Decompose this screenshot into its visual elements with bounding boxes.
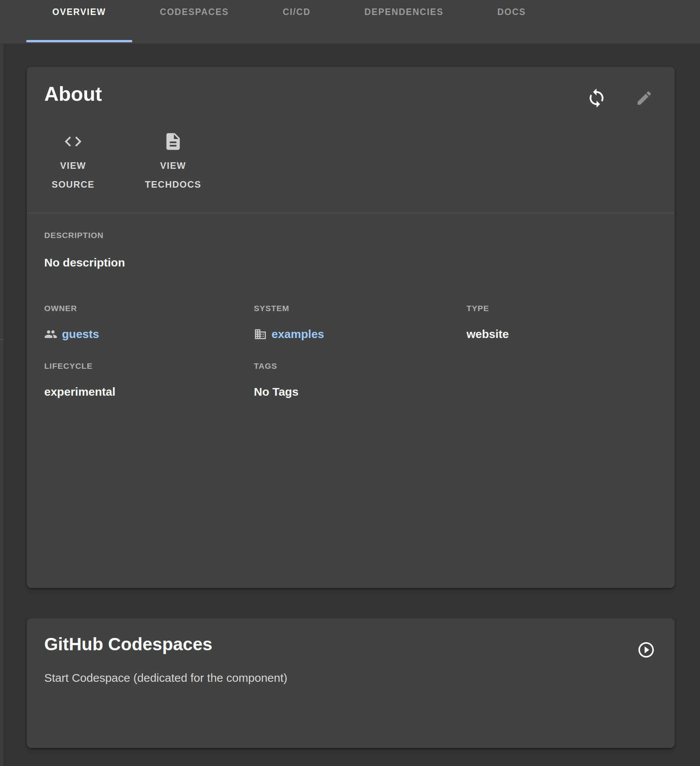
group-icon	[44, 328, 57, 341]
tags-value: No Tags	[254, 385, 298, 398]
system-label: SYSTEM	[254, 304, 324, 313]
owner-label: OWNER	[44, 304, 99, 313]
play-circle-icon	[637, 641, 655, 659]
field-owner: OWNER guests	[44, 304, 99, 341]
system-link[interactable]: examples	[254, 328, 324, 341]
left-edge-panel	[0, 43, 3, 766]
field-system: SYSTEM examples	[254, 304, 324, 341]
type-value: website	[467, 328, 509, 341]
owner-link[interactable]: guests	[44, 328, 99, 341]
view-source-link[interactable]: VIEW SOURCE	[42, 132, 104, 194]
left-edge-divider	[0, 339, 3, 340]
owner-value: guests	[62, 328, 99, 341]
field-type: TYPE website	[467, 304, 509, 341]
domain-icon	[254, 328, 267, 341]
description-value: No description	[44, 256, 125, 269]
tab-codespaces[interactable]: CODESPACES	[133, 0, 256, 43]
codespaces-card-title: GitHub Codespaces	[44, 634, 212, 654]
about-card: About VIEW SOURCE VIEW TECHDOCS DESCRIPT…	[27, 67, 675, 588]
start-codespace-button[interactable]	[635, 638, 658, 661]
type-label: TYPE	[467, 304, 509, 313]
tab-overview[interactable]: OVERVIEW	[25, 0, 133, 43]
sync-icon	[586, 88, 607, 108]
lifecycle-label: LIFECYCLE	[44, 361, 115, 371]
about-card-divider	[27, 213, 675, 213]
refresh-button[interactable]	[584, 85, 609, 111]
codespaces-card-subtitle: Start Codespace (dedicated for the compo…	[44, 671, 287, 684]
tab-dependencies[interactable]: DEPENDENCIES	[338, 0, 470, 43]
system-value: examples	[272, 328, 324, 341]
lifecycle-value: experimental	[44, 385, 115, 398]
tab-cicd[interactable]: CI/CD	[256, 0, 338, 43]
tags-label: TAGS	[254, 361, 298, 371]
edit-button[interactable]	[633, 87, 655, 109]
view-source-label: VIEW SOURCE	[52, 156, 95, 194]
field-lifecycle: LIFECYCLE experimental	[44, 361, 115, 398]
code-icon	[63, 132, 83, 152]
description-label: DESCRIPTION	[44, 231, 104, 240]
view-techdocs-label: VIEW TECHDOCS	[145, 156, 202, 194]
tab-docs[interactable]: DOCS	[470, 0, 553, 43]
document-icon	[163, 132, 183, 152]
pencil-icon	[635, 89, 653, 107]
entity-tab-bar: OVERVIEW CODESPACES CI/CD DEPENDENCIES D…	[0, 0, 700, 43]
field-tags: TAGS No Tags	[254, 361, 298, 398]
github-codespaces-card: GitHub Codespaces Start Codespace (dedic…	[27, 618, 675, 748]
about-card-title: About	[44, 82, 102, 105]
view-techdocs-link[interactable]: VIEW TECHDOCS	[125, 132, 221, 194]
